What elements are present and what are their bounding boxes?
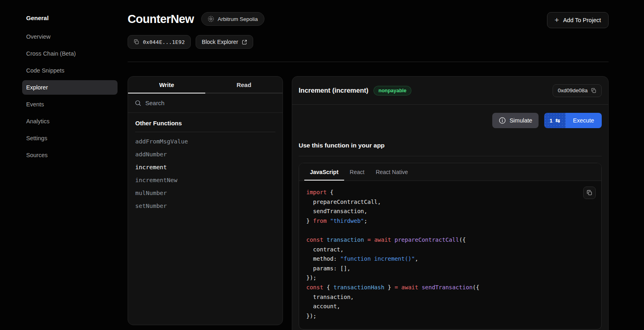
code-card: JavaScriptReactReact Native import { pre… — [299, 163, 602, 330]
function-item-addfrommsgvalue[interactable]: addFromMsgValue — [135, 135, 275, 148]
code-line: prepareContractCall, — [306, 197, 594, 207]
swap-icon: ⇆ — [555, 117, 560, 124]
block-explorer-button[interactable]: Block Explorer — [196, 35, 253, 49]
sidebar-nav: OverviewCross Chain (Beta)Code SnippetsE… — [22, 29, 118, 162]
code-line: const { transactionHash } = await sendTr… — [306, 283, 594, 293]
code-line: account, — [306, 302, 594, 311]
sidebar-item-cross-chain-beta[interactable]: Cross Chain (Beta) — [22, 46, 118, 61]
code-line: params: [], — [306, 264, 594, 274]
function-title-group: Increment (increment) nonpayable — [299, 86, 411, 95]
page-header: CounterNew Arbitrum Sepolia + Add To Pro… — [128, 0, 609, 28]
contract-address-label: 0x044E...1E92 — [143, 39, 185, 45]
mutability-badge: nonpayable — [374, 86, 411, 95]
code-tab-react[interactable]: React — [344, 163, 370, 181]
functions-list: addFromMsgValueaddNumberincrementincreme… — [135, 135, 275, 212]
info-icon — [499, 117, 506, 124]
contract-meta-row: 0x044E...1E92 Block Explorer — [128, 35, 609, 49]
code-line: }); — [306, 311, 594, 321]
sidebar-item-sources[interactable]: Sources — [22, 148, 118, 162]
functions-divider — [135, 132, 275, 132]
network-badge-label: Arbitrum Sepolia — [218, 16, 258, 22]
functions-section-title: Other Functions — [135, 120, 275, 127]
execute-label[interactable]: Execute — [566, 113, 602, 128]
header-divider — [128, 62, 609, 62]
tab-write[interactable]: Write — [128, 77, 205, 93]
main-content: CounterNew Arbitrum Sepolia + Add To Pro… — [128, 0, 644, 330]
execute-button[interactable]: 1 ⇆ Execute — [544, 113, 602, 128]
function-item-increment[interactable]: increment — [135, 161, 275, 174]
selector-value: 0xd09de08a — [558, 87, 588, 93]
add-to-project-label: Add To Project — [563, 17, 601, 23]
external-link-icon — [242, 39, 247, 45]
sidebar: General OverviewCross Chain (Beta)Code S… — [0, 0, 128, 330]
block-explorer-label: Block Explorer — [202, 39, 238, 45]
code-line: }); — [306, 273, 594, 283]
title-wrap: CounterNew Arbitrum Sepolia — [128, 12, 264, 26]
functions-section: Other Functions addFromMsgValueaddNumber… — [128, 113, 283, 219]
code-line: contract, — [306, 245, 594, 255]
usage-divider — [299, 156, 602, 156]
code-line: method: "function increment()", — [306, 254, 594, 264]
copy-icon — [134, 39, 139, 45]
plus-icon: + — [555, 16, 559, 24]
simulate-label: Simulate — [510, 117, 532, 124]
tab-read[interactable]: Read — [205, 77, 283, 93]
actions-row: Simulate 1 ⇆ Execute — [299, 113, 602, 128]
code-tab-react-native[interactable]: React Native — [370, 163, 413, 181]
function-detail-panel: Increment (increment) nonpayable 0xd09de… — [292, 76, 609, 330]
copy-code-button[interactable] — [583, 187, 596, 199]
transaction-count-segment[interactable]: 1 ⇆ — [544, 113, 565, 128]
functions-panel: WriteRead Other Functions addFromMsgValu… — [128, 76, 283, 325]
function-item-setnumber[interactable]: setNumber — [135, 199, 275, 212]
network-badge[interactable]: Arbitrum Sepolia — [201, 12, 264, 26]
copy-icon — [586, 190, 592, 196]
sidebar-item-events[interactable]: Events — [22, 97, 118, 112]
sidebar-item-analytics[interactable]: Analytics — [22, 114, 118, 129]
transaction-count: 1 — [549, 118, 553, 124]
search-input[interactable] — [145, 100, 276, 106]
page-title: CounterNew — [128, 12, 194, 26]
function-item-addnumber[interactable]: addNumber — [135, 148, 275, 161]
function-item-mulnumber[interactable]: mulNumber — [135, 187, 275, 199]
code-tab-javascript[interactable]: JavaScript — [304, 163, 344, 181]
contract-address-badge[interactable]: 0x044E...1E92 — [128, 35, 191, 49]
code-snippet: import { prepareContractCall, sendTransa… — [306, 188, 594, 321]
add-to-project-button[interactable]: + Add To Project — [547, 12, 609, 28]
search-row — [128, 93, 283, 113]
sidebar-item-overview[interactable]: Overview — [22, 29, 118, 44]
simulate-button[interactable]: Simulate — [492, 113, 539, 128]
copy-icon — [591, 88, 597, 93]
usage-heading: Use this function in your app — [299, 142, 602, 149]
function-item-incrementnew[interactable]: incrementNew — [135, 174, 275, 187]
code-line: transaction, — [306, 293, 594, 302]
explorer-layout: WriteRead Other Functions addFromMsgValu… — [128, 76, 609, 330]
write-read-tabbar: WriteRead — [128, 77, 283, 93]
code-line: } from "thirdweb"; — [306, 216, 594, 226]
function-detail-header: Increment (increment) nonpayable 0xd09de… — [292, 77, 608, 105]
code-line: import { — [306, 188, 594, 197]
sidebar-item-settings[interactable]: Settings — [22, 131, 118, 145]
sidebar-item-explorer[interactable]: Explorer — [22, 80, 118, 95]
app-root: General OverviewCross Chain (Beta)Code S… — [0, 0, 644, 330]
network-icon — [208, 16, 214, 22]
code-area: import { prepareContractCall, sendTransa… — [299, 181, 601, 328]
function-detail-body: Simulate 1 ⇆ Execute Use this function i… — [292, 113, 608, 330]
function-title: Increment (increment) — [299, 87, 368, 94]
sidebar-heading: General — [26, 15, 118, 21]
code-line: const transaction = await prepareContrac… — [306, 235, 594, 245]
search-icon — [135, 100, 141, 106]
code-tabbar: JavaScriptReactReact Native — [299, 163, 601, 181]
code-line: sendTransaction, — [306, 207, 594, 216]
code-line — [306, 226, 594, 235]
selector-badge[interactable]: 0xd09de08a — [553, 84, 602, 97]
sidebar-item-code-snippets[interactable]: Code Snippets — [22, 63, 118, 78]
